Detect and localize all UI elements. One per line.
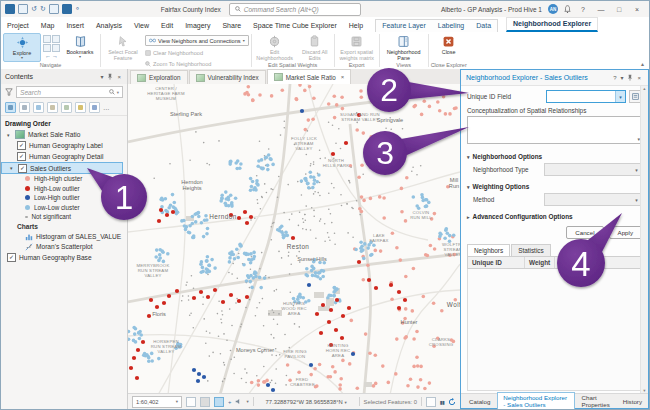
bottom-tab-chart-properties[interactable]: Chart Properties	[576, 392, 616, 410]
tab-statistics[interactable]: Statistics	[511, 244, 551, 256]
ribbon-tab-view[interactable]: View	[128, 20, 155, 32]
save-icon[interactable]	[5, 4, 15, 14]
view-neighbors-button[interactable]: View Neighbors and Connections ▾	[145, 35, 249, 46]
list-by-source-icon[interactable]	[19, 102, 30, 113]
neighborhood-pane-button[interactable]: Neighborhood Pane	[382, 33, 426, 61]
expander-icon[interactable]: ▾	[10, 165, 15, 171]
ribbon-tab-edit[interactable]: Edit	[155, 20, 179, 32]
ribbon-tab-labeling[interactable]: Labeling	[432, 20, 470, 32]
column-header-unique-id[interactable]: Unique ID	[468, 257, 525, 268]
map-tab-exploration[interactable]: Exploration	[130, 70, 188, 84]
cancel-button[interactable]: Cancel	[566, 226, 603, 239]
chart-item-histogram-of-sales-value[interactable]: Histogram of SALES_VALUE	[1, 232, 127, 242]
notifications-bell-icon[interactable]	[564, 5, 571, 13]
explore-button[interactable]: Explore ▾	[3, 33, 41, 62]
ribbon-tab-help[interactable]: Help	[343, 20, 369, 32]
collapse-ribbon-icon[interactable]: ▴	[641, 60, 649, 69]
expander-icon[interactable]: ▾	[7, 132, 12, 138]
bookmarks-button[interactable]: Bookmarks ▾	[62, 33, 98, 62]
pane-chevron-icon[interactable]: ▾	[618, 74, 625, 81]
list-by-charts-icon[interactable]	[89, 102, 100, 113]
discard-all-edits-button[interactable]: Discard All Edits	[298, 33, 332, 61]
pane-scrollbar[interactable]: ▴ ▾	[640, 86, 648, 393]
checkbox-checked[interactable]: ✓	[17, 141, 26, 150]
onscreen-keyboard-icon[interactable]	[214, 397, 224, 407]
layer-sales-outliers[interactable]: ▾ ✓ Sales Outliers	[1, 162, 123, 174]
ribbon-tab-feature-layer[interactable]: Feature Layer	[376, 20, 432, 32]
unique-id-field-select[interactable]: ▾	[546, 90, 626, 103]
filter-icon[interactable]	[5, 88, 13, 96]
neighborhood-options-section[interactable]: ▾ Neighborhood Options	[467, 153, 642, 160]
clear-neighborhood-button[interactable]: Clear Neighborhood	[145, 48, 249, 57]
zoom-to-neighborhood-button[interactable]: Zoom To Neighborhood	[145, 59, 249, 68]
advanced-configuration-section[interactable]: ▸ Advanced Configuration Options	[467, 213, 642, 220]
select-tool-icon[interactable]	[186, 397, 196, 407]
scroll-down-icon[interactable]: ▾	[643, 388, 645, 393]
pause-drawing-icon[interactable]	[200, 397, 210, 407]
layer-human-geography-label[interactable]: ✓ Human Geography Label	[1, 140, 127, 151]
select-focal-feature-button[interactable]: Select Focal Feature	[103, 33, 143, 68]
ribbon-tab-analysis[interactable]: Analysis	[90, 20, 128, 32]
help-button[interactable]: ?	[577, 6, 589, 13]
ribbon-tab-space-time-cube-explorer[interactable]: Space Time Cube Explorer	[247, 20, 343, 32]
list-by-drawing-order-icon[interactable]	[5, 102, 16, 113]
contents-close-icon[interactable]: ×	[115, 74, 123, 80]
pane-close-icon[interactable]: ×	[635, 75, 643, 81]
ribbon-tab-imagery[interactable]: Imagery	[179, 20, 216, 32]
list-by-editing-icon[interactable]	[47, 102, 58, 113]
close-explorer-button[interactable]: Close	[431, 33, 467, 61]
unique-id-dropdown-icon[interactable]: ▾	[615, 91, 625, 102]
undo-icon[interactable]: ↺	[31, 5, 37, 13]
map-canvas[interactable]: CENTER / HERITAGE FARM MUSEUMSterling Pa…	[128, 84, 460, 393]
previous-extent-icon[interactable]	[43, 44, 51, 52]
ribbon-tab-project[interactable]: Project	[1, 20, 35, 32]
bottom-tab-neighborhood-explorer-sales-outliers[interactable]: Neighborhood Explorer - Sales Outliers	[497, 392, 574, 410]
list-by-selection-icon[interactable]	[33, 102, 44, 113]
ribbon-tab-map[interactable]: Map	[35, 20, 61, 32]
list-by-snapping-icon[interactable]	[61, 102, 72, 113]
neighbors-table-body[interactable]	[467, 269, 642, 391]
full-extent-icon[interactable]	[43, 35, 51, 43]
weighting-options-section[interactable]: ▾ Weighting Options	[467, 183, 642, 190]
map-tab-close-icon[interactable]: ×	[341, 74, 345, 80]
map-coordinates[interactable]: 77.3288792°W 38.9655838°N ▾	[258, 399, 355, 405]
pause-updates-icon[interactable]: ▮ ▮	[440, 399, 444, 405]
tab-neighborhood-explorer[interactable]: Neighborhood Explorer	[506, 17, 598, 32]
map-icon[interactable]	[62, 4, 72, 14]
layer-human-geography-base[interactable]: ✓ Human Geography Base	[1, 252, 127, 263]
search-dropdown-icon[interactable]: ▾	[117, 90, 119, 95]
bottom-tab-history[interactable]: History	[617, 396, 648, 407]
forward-arrow-icon[interactable]: →	[52, 53, 58, 59]
attributes-icon[interactable]	[426, 397, 436, 407]
account-name[interactable]: Alberto - GP Analysis - Prod Hive 1	[441, 6, 542, 13]
map-tab-market-sale-ratio[interactable]: Market Sale Ratio×	[267, 69, 352, 84]
conceptualization-select[interactable]: ▾	[467, 116, 642, 144]
refresh-icon[interactable]	[448, 398, 456, 406]
pane-pin-icon[interactable]	[625, 74, 635, 81]
avatar[interactable]: AN	[548, 4, 558, 14]
maximize-button[interactable]: □	[613, 6, 625, 13]
column-header-weight[interactable]: Weight	[525, 257, 555, 268]
map-tab-vulnerability-index[interactable]: Vulnerability Index	[189, 70, 266, 84]
ribbon-tab-data[interactable]: Data	[470, 20, 497, 32]
export-spatial-weights-button[interactable]: Export spatial weights matrix	[337, 33, 377, 61]
method-select[interactable]: ▾	[544, 193, 642, 206]
speaker-icon[interactable]	[235, 398, 242, 405]
apply-button[interactable]: Apply	[609, 226, 642, 239]
more-options-icon[interactable]: …	[103, 104, 110, 111]
minimize-button[interactable]: —	[595, 6, 607, 13]
layer-market-sale-ratio[interactable]: ▾ Market Sale Ratio	[1, 129, 127, 140]
checkbox-checked[interactable]: ✓	[18, 164, 27, 173]
neighborhood-type-select[interactable]: ▾	[544, 163, 642, 176]
bottom-tab-catalog[interactable]: Catalog	[463, 396, 496, 407]
pin-icon[interactable]	[105, 73, 115, 80]
chart-item-moran-s-scatterplot[interactable]: Moran's Scatterplot	[1, 242, 127, 252]
tab-neighbors[interactable]: Neighbors	[467, 244, 510, 256]
open-project-icon[interactable]	[18, 4, 28, 14]
layer-human-geography-detail[interactable]: ✓ Human Geography Detail	[1, 151, 127, 162]
selected-features-count[interactable]: Selected Features: 0	[364, 399, 418, 405]
pane-help-icon[interactable]: ?	[611, 75, 618, 81]
speaker-dropdown-icon[interactable]: ▾	[246, 399, 248, 404]
command-search[interactable]: Command Search (Alt+Q)	[229, 3, 361, 16]
checkbox-checked[interactable]: ✓	[17, 152, 26, 161]
